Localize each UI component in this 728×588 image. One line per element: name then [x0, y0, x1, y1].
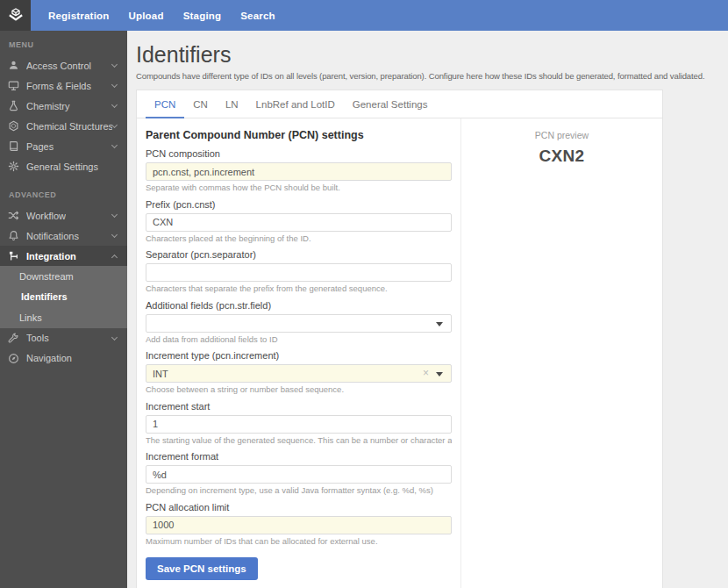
sidebar-subitem-label: Downstream	[19, 271, 74, 282]
chevron-down-icon	[111, 61, 118, 68]
tab-ln[interactable]: LN	[217, 90, 247, 118]
nav-item-search[interactable]: Search	[231, 11, 285, 21]
sidebar-subitem-identifiers[interactable]: Identifiers	[0, 287, 127, 308]
sidebar-item-navigation[interactable]: Navigation	[0, 348, 127, 369]
chevron-down-icon	[111, 122, 118, 128]
sidebar-item-label: Tools	[26, 333, 49, 343]
monitor-icon	[8, 80, 19, 91]
field-help: Add data from additional fields to ID	[146, 335, 452, 345]
sidebar-item-general-settings[interactable]: General Settings	[0, 156, 127, 176]
field-increment-format: Increment format Depending on increment …	[146, 451, 452, 496]
hexagon-icon	[8, 120, 19, 132]
chevron-down-icon	[111, 232, 118, 238]
pcn-allocation-limit-input[interactable]	[146, 516, 452, 534]
sidebar-subitem-label: Links	[19, 312, 42, 323]
section-heading: Parent Compound Number (PCN) settings	[146, 129, 452, 142]
gear-icon	[8, 161, 19, 172]
field-help: The starting value of the generated sequ…	[146, 436, 452, 446]
field-prefix: Prefix (pcn.cnst) Characters placed at t…	[146, 199, 452, 244]
sidebar-subitem-downstream[interactable]: Downstream	[0, 266, 127, 287]
sidebar-item-chemical-structures[interactable]: Chemical Structures	[0, 116, 127, 136]
chevron-down-icon	[111, 82, 118, 88]
main-content: Identifiers Compounds have different typ…	[127, 31, 728, 588]
chevron-down-icon	[436, 372, 443, 376]
tab-general-settings[interactable]: General Settings	[344, 90, 437, 118]
field-help: Maximum number of IDs that can be alloca…	[146, 537, 452, 547]
nav-item-registration[interactable]: Registration	[39, 11, 119, 21]
sidebar-subitem-links[interactable]: Links	[0, 307, 127, 328]
clear-icon[interactable]: ×	[423, 368, 429, 378]
field-label: Increment start	[146, 401, 452, 412]
plug-icon	[8, 250, 19, 262]
sidebar-item-label: Chemistry	[26, 101, 70, 111]
identifiers-card: PCN CN LN LnbRef and LotID General Setti…	[136, 90, 663, 588]
save-pcn-settings-button[interactable]: Save PCN settings	[146, 557, 258, 580]
app-logo[interactable]	[0, 0, 31, 31]
sidebar-item-tools[interactable]: Tools	[0, 328, 127, 348]
pcn-settings-form: Parent Compound Number (PCN) settings PC…	[137, 118, 461, 588]
chevron-down-icon	[111, 212, 118, 218]
sidebar-item-label: Notifications	[26, 231, 79, 241]
sidebar-item-chemistry[interactable]: Chemistry	[0, 96, 127, 116]
field-help: Characters that separate the prefix from…	[146, 284, 452, 294]
field-help: Characters placed at the beginning of th…	[146, 234, 452, 244]
field-help: Choose between a string or number based …	[146, 385, 452, 395]
tab-bar: PCN CN LN LnbRef and LotID General Setti…	[137, 90, 662, 118]
sidebar-item-label: Integration	[26, 251, 76, 262]
sidebar-item-label: Workflow	[26, 211, 66, 221]
user-icon	[8, 60, 19, 71]
field-label: Increment format	[146, 451, 452, 463]
book-icon	[8, 140, 19, 152]
sidebar-item-access-control[interactable]: Access Control	[0, 55, 127, 75]
sidebar-item-label: Forms & Fields	[26, 81, 91, 91]
sidebar-item-integration[interactable]: Integration	[0, 246, 127, 266]
select-value: INT	[153, 369, 168, 379]
sidebar-item-workflow[interactable]: Workflow	[0, 205, 127, 226]
integration-submenu: Downstream Identifiers Links	[0, 266, 127, 328]
additional-fields-select[interactable]	[146, 314, 452, 333]
increment-format-input[interactable]	[146, 465, 452, 484]
field-pcn-composition: PCN composition Separate with commas how…	[146, 148, 452, 193]
chevron-up-icon	[111, 254, 118, 260]
box-logo-icon	[6, 6, 25, 25]
tab-lnbref-lotid[interactable]: LnbRef and LotID	[247, 90, 344, 118]
field-help: Depending on increment type, use a valid…	[146, 486, 452, 496]
sidebar-item-notifications[interactable]: Notifications	[0, 226, 127, 246]
nav-item-upload[interactable]: Upload	[119, 11, 174, 21]
tab-pcn[interactable]: PCN	[146, 90, 184, 118]
compass-icon	[8, 353, 19, 364]
shuffle-icon	[8, 210, 19, 221]
field-pcn-allocation-limit: PCN allocation limit Maximum number of I…	[146, 502, 452, 547]
sidebar-item-label: Access Control	[26, 61, 91, 71]
field-label: Additional fields (pcn.str.field)	[146, 300, 452, 312]
pcn-composition-input[interactable]	[146, 162, 452, 181]
separator-input[interactable]	[146, 263, 452, 282]
chevron-down-icon	[111, 102, 118, 108]
top-navbar: Registration Upload Staging Search	[0, 0, 728, 31]
field-additional-fields: Additional fields (pcn.str.field) Add da…	[146, 300, 452, 345]
page-description: Compounds have different type of IDs on …	[136, 71, 728, 81]
sidebar-item-label: Navigation	[26, 353, 72, 363]
chevron-down-icon	[111, 142, 118, 148]
pcn-tab-panel: Parent Compound Number (PCN) settings PC…	[137, 118, 662, 588]
sidebar-item-label: Pages	[26, 141, 54, 152]
sidebar-item-forms-fields[interactable]: Forms & Fields	[0, 75, 127, 96]
sidebar: MENU Access Control Forms & Fields Chemi…	[0, 31, 127, 588]
pcn-preview-value: CXN2	[461, 147, 662, 166]
nav-item-staging[interactable]: Staging	[174, 11, 232, 21]
sidebar-item-pages[interactable]: Pages	[0, 136, 127, 156]
sidebar-item-label: Chemical Structures	[26, 121, 112, 132]
chevron-down-icon	[436, 322, 443, 326]
pcn-preview-label: PCN preview	[461, 130, 662, 140]
page-title: Identifiers	[136, 42, 728, 68]
field-label: PCN allocation limit	[146, 502, 452, 513]
navbar-links: Registration Upload Staging Search	[31, 0, 285, 31]
pcn-preview-panel: PCN preview CXN2	[461, 118, 662, 588]
increment-type-select[interactable]: INT ×	[146, 364, 452, 383]
field-separator: Separator (pcn.separator) Characters tha…	[146, 249, 452, 294]
field-increment-type: Increment type (pcn.increment) INT × Cho…	[146, 350, 452, 395]
field-label: Increment type (pcn.increment)	[146, 350, 452, 362]
tab-cn[interactable]: CN	[184, 90, 217, 118]
prefix-input[interactable]	[146, 213, 452, 232]
increment-start-input[interactable]	[146, 415, 452, 434]
